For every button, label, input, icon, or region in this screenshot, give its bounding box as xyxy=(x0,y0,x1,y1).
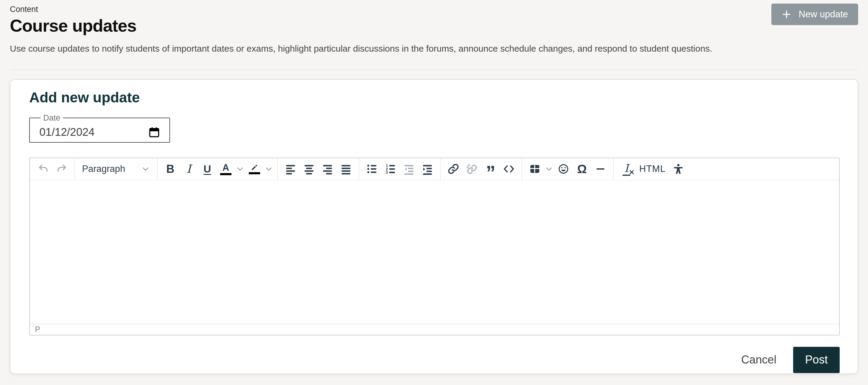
svg-text:3: 3 xyxy=(386,170,388,175)
table-button[interactable] xyxy=(526,159,544,179)
rich-text-editor: ParagraphBIUA123”ΩI✕HTML P xyxy=(29,157,840,335)
outdent-button xyxy=(400,159,418,179)
date-label: Date xyxy=(40,113,63,123)
code-icon xyxy=(503,163,515,175)
emoji-button[interactable] xyxy=(554,159,573,179)
element-path[interactable]: P xyxy=(35,325,40,334)
page-title: Course updates xyxy=(10,16,858,36)
horizontal-rule-button[interactable] xyxy=(591,159,610,179)
accessibility-checker-icon xyxy=(672,163,684,175)
new-update-button-label: New update xyxy=(799,9,848,20)
italic-button[interactable]: I xyxy=(180,159,198,179)
accessibility-checker-button[interactable] xyxy=(669,159,687,179)
editor-statusbar: P xyxy=(30,324,839,335)
indent-button[interactable] xyxy=(418,159,437,179)
plus-icon xyxy=(781,9,792,20)
special-character-icon: Ω xyxy=(577,162,587,176)
date-input[interactable]: Date 01/12/2024 xyxy=(29,113,170,143)
html-source-button[interactable]: HTML xyxy=(636,159,669,179)
form-actions: Cancel Post xyxy=(29,347,840,373)
chevron-down-icon xyxy=(236,165,244,173)
toolbar-group: BIUA xyxy=(157,158,278,180)
link-icon xyxy=(447,163,459,175)
horizontal-rule-icon xyxy=(594,163,607,175)
align-center-icon xyxy=(303,163,315,175)
align-center-button[interactable] xyxy=(300,159,318,179)
align-right-icon xyxy=(321,163,334,175)
page-description: Use course updates to notify students of… xyxy=(10,43,858,54)
toolbar-group: I✕HTML xyxy=(614,158,691,180)
post-button[interactable]: Post xyxy=(793,347,840,373)
underline-button[interactable]: U xyxy=(198,159,217,179)
toolbar-group xyxy=(278,158,359,180)
unlink-icon xyxy=(466,163,478,175)
align-right-button[interactable] xyxy=(318,159,337,179)
card-title: Add new update xyxy=(29,90,840,106)
chevron-down-icon xyxy=(545,165,553,173)
blockquote-icon: ” xyxy=(486,161,495,177)
toolbar-group: 123 xyxy=(359,158,440,180)
bold-icon: B xyxy=(166,162,174,176)
bullet-list-button[interactable] xyxy=(363,159,381,179)
text-color-icon: A xyxy=(220,163,231,175)
blockquote-button[interactable]: ” xyxy=(481,159,500,179)
numbered-list-button[interactable]: 123 xyxy=(381,159,400,179)
underline-icon: U xyxy=(204,163,211,175)
redo-button xyxy=(53,159,71,179)
align-left-icon xyxy=(285,163,297,175)
toolbar-group: ” xyxy=(440,158,522,180)
date-value[interactable]: 01/12/2024 xyxy=(39,126,95,139)
justify-icon xyxy=(340,163,352,175)
table-button-split xyxy=(526,159,554,179)
clear-formatting-button[interactable]: I✕ xyxy=(617,159,636,179)
new-update-button[interactable]: New update xyxy=(771,4,858,25)
table-icon xyxy=(529,163,541,175)
align-left-button[interactable] xyxy=(281,159,300,179)
add-update-card: Add new update Date 01/12/2024 Paragraph… xyxy=(10,79,858,374)
text-color-button-split: A xyxy=(217,159,245,179)
toolbar-group xyxy=(30,158,75,180)
toolbar-group: Paragraph xyxy=(75,158,157,180)
justify-button[interactable] xyxy=(337,159,355,179)
highlight-color-button-split xyxy=(245,159,274,179)
highlight-color-button-menu-chevron[interactable] xyxy=(264,159,274,179)
emoji-icon xyxy=(557,163,569,175)
text-color-button[interactable]: A xyxy=(217,159,235,179)
editor-body[interactable] xyxy=(30,180,839,324)
text-color-button-menu-chevron[interactable] xyxy=(235,159,245,179)
undo-button xyxy=(34,159,53,179)
chevron-down-icon xyxy=(265,165,273,173)
italic-icon: I xyxy=(186,162,191,176)
redo-icon xyxy=(56,163,68,175)
highlight-color-icon xyxy=(249,164,260,174)
numbered-list-icon: 123 xyxy=(384,163,396,175)
table-button-menu-chevron[interactable] xyxy=(544,159,554,179)
undo-icon xyxy=(37,163,49,175)
toolbar-group: Ω xyxy=(522,158,614,180)
course-updates-page: Content Course updates New update Use co… xyxy=(0,0,868,385)
clear-formatting-icon: I✕ xyxy=(622,162,630,176)
calendar-icon[interactable] xyxy=(148,126,160,139)
breadcrumb[interactable]: Content xyxy=(10,0,38,14)
code-button[interactable] xyxy=(500,159,518,179)
link-button[interactable] xyxy=(444,159,463,179)
chevron-down-icon xyxy=(142,165,149,173)
bullet-list-icon xyxy=(366,163,378,175)
outdent-icon xyxy=(403,163,415,175)
cancel-button[interactable]: Cancel xyxy=(739,353,778,366)
special-character-button[interactable]: Ω xyxy=(573,159,591,179)
editor-toolbar: ParagraphBIUA123”ΩI✕HTML xyxy=(30,158,839,180)
bold-button[interactable]: B xyxy=(161,159,180,179)
unlink-button xyxy=(463,159,481,179)
indent-icon xyxy=(422,163,433,175)
highlight-color-button[interactable] xyxy=(245,159,264,179)
divider xyxy=(10,69,858,70)
block-format-label: Paragraph xyxy=(82,164,125,174)
block-format-dropdown[interactable]: Paragraph xyxy=(79,159,154,179)
html-source-button-label: HTML xyxy=(636,164,669,174)
